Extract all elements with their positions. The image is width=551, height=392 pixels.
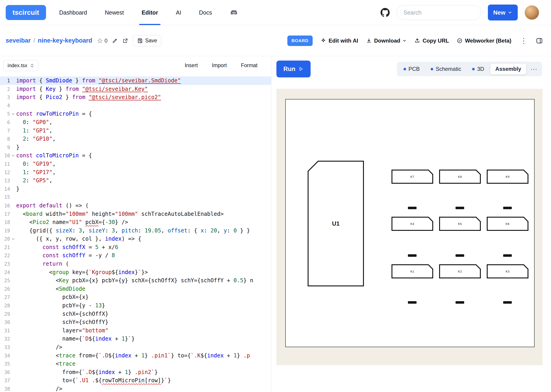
key-k5[interactable]: K5	[439, 217, 481, 231]
diode[interactable]	[408, 301, 416, 304]
key-k3[interactable]: K3	[487, 264, 529, 278]
panel-toggle-icon[interactable]	[536, 37, 543, 44]
avatar[interactable]	[525, 5, 539, 20]
code-line[interactable]: 8 2: "GP10",	[0, 135, 271, 143]
tabs-more-icon[interactable]: ⋯	[527, 65, 541, 73]
github-icon[interactable]	[380, 8, 390, 17]
code-line[interactable]: 12 1: "GP17",	[0, 168, 271, 177]
code-line[interactable]: 16export default () => (	[0, 202, 271, 210]
code-line[interactable]: 5const rowToMicroPin = {	[0, 110, 271, 118]
code-line[interactable]: 38 />	[0, 385, 271, 392]
code-line[interactable]: 18 <Pico2 name="U1" pcbX={-30} />	[0, 218, 271, 226]
code-line[interactable]: 35 <trace	[0, 360, 271, 368]
download-button[interactable]: Download	[366, 38, 407, 44]
code-line[interactable]: 26 <SmdDiode	[0, 285, 271, 293]
format-button[interactable]: Format	[241, 62, 258, 69]
nav-item-ai[interactable]: AI	[176, 0, 181, 25]
code-line[interactable]: 2import { Key } from "@tsci/seveibar.Key…	[0, 85, 271, 93]
line-number: 26	[0, 285, 10, 294]
code-line[interactable]: 10const colToMicroPin = {	[0, 151, 271, 160]
code-line[interactable]: 29 schX={schOffX}	[0, 310, 271, 318]
code-line[interactable]: 7 1: "GP1",	[0, 126, 271, 135]
code-line[interactable]: 36 from={`.D${index + 1} .pin2`}	[0, 368, 271, 377]
code-line[interactable]: 28 pcbY={y - 13}	[0, 301, 271, 310]
key-k8[interactable]: K8	[439, 170, 481, 184]
star-button[interactable]: ☆ 0	[97, 37, 107, 44]
tab-schematic[interactable]: Schematic	[426, 63, 466, 75]
fold-toggle-icon[interactable]	[10, 237, 16, 241]
code-line-text: 0: "GP19",	[16, 160, 271, 168]
save-button[interactable]: Save	[133, 35, 161, 46]
search-input[interactable]	[396, 5, 481, 20]
discord-icon[interactable]	[230, 8, 238, 17]
key-k2[interactable]: K2	[439, 264, 481, 278]
code-line[interactable]: 22 const schOffY = -y / 8	[0, 251, 271, 260]
key-k7[interactable]: K7	[392, 170, 433, 184]
more-options-kebab-icon[interactable]: ⋮	[519, 36, 528, 45]
rename-pencil-icon[interactable]	[112, 38, 118, 44]
edit-with-ai-button[interactable]: Edit with AI	[320, 38, 358, 44]
nav-item-docs[interactable]: Docs	[199, 0, 212, 25]
code-line[interactable]: 33 />	[0, 343, 271, 351]
code-line[interactable]: 27 pcbX={x}	[0, 293, 271, 301]
code-line[interactable]: 30 schY={schOffY}	[0, 318, 271, 326]
chip-u1[interactable]: U1	[308, 161, 364, 286]
code-line[interactable]: 31 layer="bottom"	[0, 326, 271, 335]
fold-toggle-icon[interactable]	[10, 112, 16, 116]
tscircuit-logo[interactable]: tscircuit	[6, 5, 46, 20]
code-line[interactable]: 14}	[0, 185, 271, 193]
diode[interactable]	[503, 301, 512, 304]
tab-3d[interactable]: 3D	[467, 63, 489, 75]
code-line[interactable]: 37 to={`.U1 .${rowToMicroPin[row]}`}	[0, 376, 271, 385]
assembly-canvas[interactable]: U1 K7 K8 K9	[276, 89, 543, 365]
code-line[interactable]: 1import { SmdDiode } from "@tsci/seveiba…	[0, 77, 271, 85]
breadcrumb-owner-link[interactable]: seveibar	[6, 37, 31, 44]
code-line[interactable]: 32 name={`D${index + 1}`}	[0, 335, 271, 343]
import-button[interactable]: Import	[212, 62, 227, 69]
breadcrumb-project-link[interactable]: nine-key-keyboard	[38, 37, 92, 44]
code-line[interactable]: 17 <board width="100mm" height="100mm" s…	[0, 210, 271, 218]
code-line[interactable]: 21 const schOffX = 5 + x/6	[0, 243, 271, 252]
code-line[interactable]: 20 ({ x, y, row, col }, index) => {	[0, 235, 271, 243]
check-circle-icon	[457, 38, 463, 44]
diode[interactable]	[408, 254, 416, 257]
code-line[interactable]: 9}	[0, 143, 271, 152]
code-line[interactable]: 4	[0, 102, 271, 110]
code-line[interactable]: 23 return (	[0, 260, 271, 268]
code-line[interactable]: 19 {grid({ sizeX: 3, sizeY: 3, pitch: 19…	[0, 226, 271, 235]
diode[interactable]	[456, 254, 464, 257]
key-k6[interactable]: K6	[487, 217, 529, 231]
code-line[interactable]: 34 <trace from={`.D${index + 1} .pin1`} …	[0, 351, 271, 360]
code-line[interactable]: 24 <group key={`Kgroup${index}`}>	[0, 268, 271, 277]
code-line[interactable]: 11 0: "GP19",	[0, 160, 271, 168]
key-k9[interactable]: K9	[487, 170, 529, 184]
diode[interactable]	[408, 207, 416, 209]
webworker-button[interactable]: Webworker (Beta)	[457, 38, 511, 44]
key-k1[interactable]: K1	[392, 264, 433, 278]
tab-pcb[interactable]: PCB	[399, 63, 425, 75]
insert-button[interactable]: Insert	[185, 62, 198, 69]
diode[interactable]	[456, 301, 464, 304]
code-line[interactable]: 6 0: "GP0",	[0, 118, 271, 126]
nav-item-editor[interactable]: Editor	[142, 0, 158, 25]
fold-toggle-icon[interactable]	[10, 154, 16, 157]
diode[interactable]	[456, 207, 464, 209]
file-tab-selector[interactable]: index.tsx	[3, 60, 38, 71]
sparkle-icon	[320, 38, 326, 44]
new-button[interactable]: New	[488, 5, 518, 21]
code-line[interactable]: 3import { Pico2 } from "@tsci/seveibar.p…	[0, 93, 271, 102]
run-button[interactable]: Run	[276, 61, 311, 77]
board-selector[interactable]: BOARD	[287, 35, 313, 46]
key-k4[interactable]: K4	[392, 217, 433, 231]
nav-item-dashboard[interactable]: Dashboard	[59, 0, 87, 25]
diode[interactable]	[503, 254, 512, 257]
code-line[interactable]: 15	[0, 193, 271, 202]
code-area[interactable]: 1import { SmdDiode } from "@tsci/seveiba…	[0, 75, 271, 392]
diode[interactable]	[503, 207, 512, 209]
copy-url-button[interactable]: Copy URL	[414, 38, 449, 44]
code-line[interactable]: 25 <Key pcbX={x} pcbY={y} schX={schOffX}…	[0, 276, 271, 285]
share-icon[interactable]	[122, 38, 129, 44]
nav-item-newest[interactable]: Newest	[105, 0, 124, 25]
code-line[interactable]: 13 2: "GP5",	[0, 176, 271, 185]
tab-assembly[interactable]: Assembly	[490, 63, 526, 75]
